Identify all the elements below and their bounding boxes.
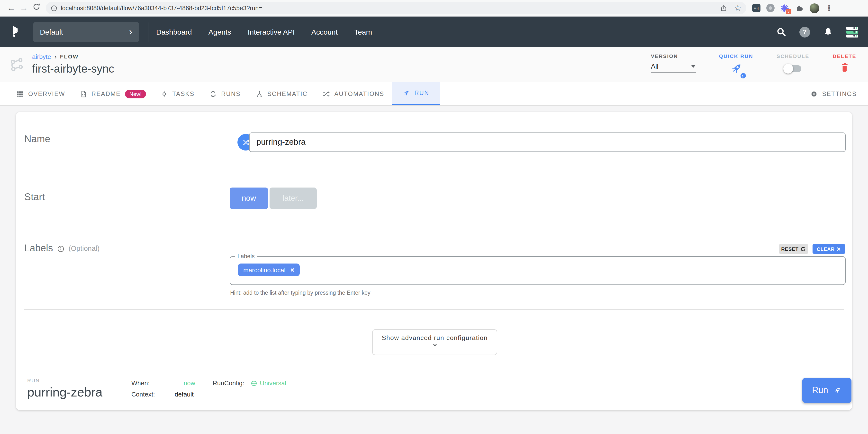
run-config-card: Name Start now later... Labels (Optional…	[16, 112, 852, 410]
project-selector[interactable]: Default ›	[33, 22, 139, 42]
remove-label-icon[interactable]: ×	[290, 266, 294, 273]
version-label: VERSION	[651, 53, 695, 59]
nav-divider	[148, 22, 148, 42]
prefect-logo[interactable]	[10, 25, 24, 39]
tab-automations[interactable]: AUTOMATIONS	[315, 82, 392, 105]
shuffle-icon	[242, 138, 250, 146]
grid-icon	[16, 90, 24, 98]
advanced-config-label: Show advanced run configuration	[382, 334, 488, 342]
nav-item-agents[interactable]: Agents	[209, 28, 231, 36]
extension-badge: 3	[786, 8, 791, 14]
breadcrumb-project-link[interactable]: airbyte	[32, 53, 51, 60]
schematic-tree-icon	[255, 90, 263, 98]
notifications-bell-icon[interactable]	[823, 27, 833, 37]
labels-input-fieldset[interactable]: Labels marcolino.local ×	[230, 253, 846, 285]
nav-item-interactive-api[interactable]: Interactive API	[248, 28, 294, 36]
extension-circle-icon[interactable]	[766, 4, 775, 12]
profile-avatar[interactable]	[810, 3, 819, 13]
info-icon[interactable]	[57, 245, 65, 253]
help-glyph: ?	[803, 28, 807, 35]
search-icon[interactable]	[776, 27, 787, 37]
tab-tasks[interactable]: TASKS	[153, 82, 202, 105]
labels-legend: Labels	[235, 253, 257, 260]
help-icon[interactable]: ?	[799, 27, 810, 37]
delete-group[interactable]: DELETE	[833, 53, 856, 73]
reload-icon[interactable]	[30, 3, 43, 13]
chevron-right-icon: ›	[129, 26, 132, 37]
tab-label: RUNS	[221, 90, 241, 97]
app-navbar: Default › Dashboard Agents Interactive A…	[0, 17, 868, 47]
nav-item-account[interactable]: Account	[311, 28, 338, 36]
toggle-knob	[783, 64, 793, 74]
quick-run-rocket-icon[interactable]	[729, 61, 743, 78]
tab-run[interactable]: RUN	[392, 82, 440, 105]
nav-item-dashboard[interactable]: Dashboard	[156, 28, 192, 36]
run-button[interactable]: Run	[802, 378, 851, 403]
server-status-icon[interactable]	[846, 27, 858, 37]
gear-icon	[810, 90, 818, 98]
schedule-toggle[interactable]	[784, 65, 801, 72]
password-manager-icon[interactable]: •••|	[752, 4, 761, 12]
start-later-button[interactable]: later...	[270, 187, 317, 209]
extension-asterisk-icon[interactable]: 3	[780, 4, 789, 12]
start-now-button[interactable]: now	[230, 187, 268, 209]
runs-loop-icon	[209, 90, 217, 98]
context-row: Context: default	[131, 390, 194, 398]
run-summary-footer: RUN purring-zebra When: now Context: def…	[16, 373, 852, 410]
context-label: Context:	[131, 390, 155, 398]
breadcrumb: airbyte › FLOW	[32, 52, 114, 61]
url-bar[interactable]: localhost:8080/default/flow/76a30344-b73…	[46, 2, 746, 14]
shuffle-icon	[322, 90, 330, 98]
tab-overview[interactable]: OVERVIEW	[9, 82, 72, 105]
quick-run-label: QUICK RUN	[719, 53, 753, 59]
flow-run-name-input[interactable]	[249, 133, 846, 152]
trash-icon[interactable]	[839, 61, 850, 73]
when-value: now	[151, 379, 195, 387]
flow-header: airbyte › FLOW first-airbyte-sync VERSIO…	[0, 47, 868, 82]
nav-item-team[interactable]: Team	[354, 28, 372, 36]
runconfig-row: RunConfig: Universal	[213, 379, 286, 387]
section-divider	[24, 309, 844, 310]
back-icon[interactable]: ←	[5, 3, 18, 13]
bookmark-star-icon[interactable]: ☆	[734, 3, 742, 13]
rocket-icon	[833, 386, 842, 395]
url-text[interactable]: localhost:8080/default/flow/76a30344-b73…	[61, 5, 262, 11]
close-icon: ×	[837, 245, 841, 252]
share-icon[interactable]	[720, 4, 727, 12]
start-field-label: Start	[24, 192, 45, 203]
file-code-icon	[80, 90, 87, 98]
caret-down-icon	[691, 65, 695, 68]
browser-menu-icon[interactable]: ⋮	[825, 3, 833, 13]
labels-hint: Hint: add to the list after typing by pr…	[230, 290, 371, 296]
schedule-label: SCHEDULE	[777, 53, 809, 59]
version-select[interactable]: All	[651, 62, 695, 73]
content-area: Name Start now later... Labels (Optional…	[0, 106, 868, 434]
chevron-down-icon	[431, 342, 439, 348]
quick-run-group[interactable]: QUICK RUN	[719, 53, 753, 78]
extension-row: •••| 3 ⋮	[752, 3, 833, 13]
name-field-label: Name	[24, 134, 50, 145]
tab-settings[interactable]: SETTINGS	[803, 82, 864, 105]
tab-readme[interactable]: README New!	[72, 82, 153, 105]
label-chip-text: marcolino.local	[243, 266, 285, 273]
reset-labels-button[interactable]: RESET	[779, 244, 808, 254]
label-chip[interactable]: marcolino.local ×	[238, 263, 300, 276]
breadcrumb-separator-icon: ›	[55, 53, 57, 60]
schedule-group: SCHEDULE	[777, 53, 809, 72]
runconfig-label: RunConfig:	[213, 379, 244, 387]
context-value: default	[157, 390, 194, 398]
when-row: When: now	[131, 379, 195, 387]
labels-field-label: Labels	[24, 242, 53, 254]
tab-schematic[interactable]: SCHEMATIC	[248, 82, 315, 105]
new-badge: New!	[125, 89, 146, 98]
refresh-icon	[801, 246, 806, 252]
clear-labels-button[interactable]: CLEAR ×	[812, 244, 845, 254]
extensions-puzzle-icon[interactable]	[795, 4, 804, 12]
forward-icon[interactable]: →	[18, 3, 30, 13]
browser-toolbar: ← → localhost:8080/default/flow/76a30344…	[0, 0, 868, 17]
site-info-icon[interactable]	[51, 5, 57, 11]
tab-runs[interactable]: RUNS	[202, 82, 248, 105]
version-value: All	[651, 62, 658, 70]
advanced-config-expander[interactable]: Show advanced run configuration	[372, 329, 497, 355]
when-label: When:	[131, 379, 150, 387]
